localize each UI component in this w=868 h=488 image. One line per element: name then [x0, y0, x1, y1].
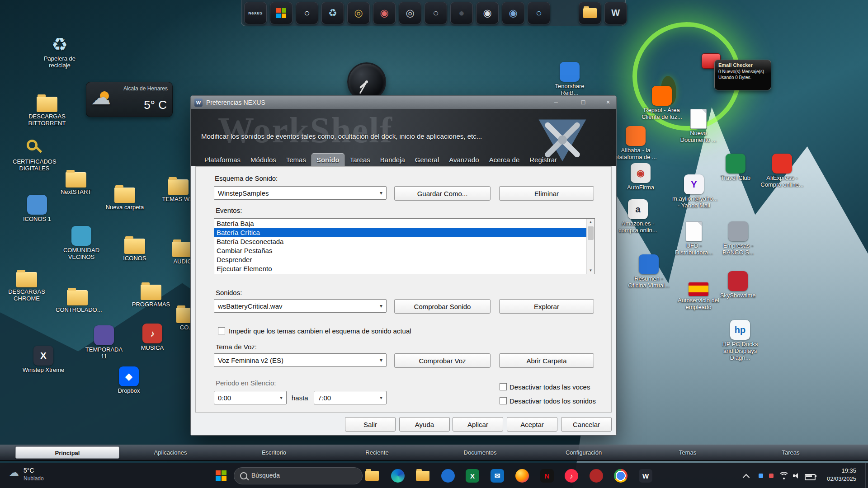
taskbar-weather-icon[interactable]: ☁ [9, 467, 19, 479]
shelf-tab-tareas[interactable]: Tareas [782, 449, 799, 456]
battery-icon[interactable] [805, 474, 816, 480]
salir-button[interactable]: Salir [345, 417, 396, 432]
silence-to-select[interactable]: 7:00 ▾ [314, 391, 387, 404]
sound-file-select[interactable]: wsBatteryCritical.wav ▾ [214, 299, 387, 313]
desktop-icon-iconos[interactable]: ICONOS [113, 235, 156, 262]
dock-power-alt-icon[interactable]: ● [450, 2, 473, 24]
shelf-tab-reciente[interactable]: Reciente [365, 449, 388, 456]
taskbar-chrome-icon[interactable] [613, 468, 629, 484]
volume-icon[interactable] [793, 473, 800, 479]
desktop-icon-amazon-es-compra-onlin[interactable]: aAmazon.es - compra onlin... [616, 199, 660, 234]
email-checker-widget[interactable]: Email Checker 0 Nuevo(s) Mensaje(s) . Us… [714, 60, 771, 90]
dock-power-icon[interactable]: ○ [425, 2, 447, 24]
dock-webcam-red-icon[interactable]: ◉ [373, 2, 396, 24]
wifi-icon[interactable] [779, 472, 788, 479]
event-item-bateria-desconectada[interactable]: Batería Desconectada [214, 237, 587, 246]
scroll-down-icon[interactable]: ▼ [587, 267, 594, 274]
desktop-icon-nuevo-documento[interactable]: Nuevo Documento ... [677, 109, 720, 144]
open-folder-button[interactable]: Abrir Carpeta [499, 353, 594, 368]
tab-general[interactable]: General [410, 154, 443, 166]
tab-modulos[interactable]: Módulos [246, 154, 281, 166]
tab-registrar[interactable]: Registrar [525, 154, 561, 166]
tab-acerca-de[interactable]: Acerca de [485, 154, 524, 166]
taskbar-search-input[interactable]: Búsqueda [234, 467, 363, 484]
close-button[interactable]: × [600, 97, 616, 108]
desktop-icon-certificados-digitales[interactable]: CERTIFICADOS DIGITALES [13, 137, 56, 172]
event-item-bateria-baja[interactable]: Batería Baja [214, 219, 587, 228]
desktop-icon-descargas-chrome[interactable]: DESCARGAS CHROME [5, 268, 48, 302]
event-item-bateria-critica[interactable]: Batería Crítica [214, 228, 587, 237]
save-as-button[interactable]: Guardar Como... [394, 186, 491, 201]
desktop-icon-hp-pc-docks-and-displays-diagn[interactable]: hpHP PC Docks and Displays Diagn... [718, 320, 762, 361]
dock-globe-icon[interactable]: ○ [528, 2, 550, 24]
shelf-tab-aplicaciones[interactable]: Aplicaciones [154, 449, 187, 456]
dock-downloads-folder-icon[interactable] [579, 2, 601, 24]
desktop-icon-temporada-11[interactable]: TEMPORADA 11 [82, 325, 126, 360]
shelf-tab-principal[interactable]: Principal [15, 446, 119, 459]
tab-bandeja[interactable]: Bandeja [376, 154, 410, 166]
taskbar-edge-icon[interactable] [390, 468, 406, 484]
desktop-icon-comunidad-vecinos[interactable]: COMUNIDAD VECINOS [60, 226, 103, 261]
tray-app-icon[interactable] [759, 474, 763, 478]
prevent-theme-change-checkbox[interactable] [218, 327, 225, 334]
dock-gold-ring-icon[interactable]: ◎ [347, 2, 370, 24]
dock-speaker-icon[interactable]: ◉ [476, 2, 499, 24]
test-voice-button[interactable]: Comprobar Voz [394, 353, 491, 368]
dialog-titlebar[interactable]: W Preferencias NEXUS – □ × [191, 96, 616, 109]
disable-voices-checkbox[interactable] [500, 383, 507, 390]
taskbar-outlook-icon[interactable]: ✉ [489, 468, 505, 484]
taskbar-firefox-icon[interactable] [514, 468, 530, 484]
desktop-icon-nueva-carpeta[interactable]: Nueva carpeta [103, 184, 146, 211]
taskbar-winstep-icon[interactable]: W [637, 468, 654, 484]
taskbar-clock[interactable]: 19:35 02/03/2025 [827, 467, 856, 483]
dock-clock-icon[interactable]: ○ [296, 2, 318, 24]
maximize-button[interactable]: □ [575, 97, 591, 108]
cancelar-button[interactable]: Cancelar [561, 417, 612, 432]
desktop-icon-skyshowtime[interactable]: SkyShowtime [716, 271, 760, 299]
silence-from-select[interactable]: 0:00 ▾ [214, 391, 287, 404]
ayuda-button[interactable]: Ayuda [399, 417, 450, 432]
shelf-tab-escritorio[interactable]: Escritorio [262, 449, 286, 456]
start-button[interactable] [216, 470, 226, 481]
weather-widget[interactable]: ☁ Alcala de Henares 5° C [86, 82, 173, 117]
show-desktop-button[interactable] [865, 463, 868, 488]
desktop-icon-autoservicio-del-empleado[interactable]: Autoservicio del empleado [677, 279, 720, 311]
desktop-icon-dropbox[interactable]: ◆Dropbox [107, 366, 151, 394]
desktop-icon-alibaba-la-plataforma-de[interactable]: Alibaba - la plataforma de ... [614, 126, 657, 161]
taskbar-weather-condition[interactable]: Nublado [24, 475, 44, 482]
sound-scheme-select[interactable]: WinstepSamples ▾ [214, 186, 387, 200]
desktop-icon-musica[interactable]: ♪MUSICA [131, 324, 174, 352]
aplicar-button[interactable]: Aplicar [453, 417, 503, 432]
desktop-icon-papelera-de-reciclaje[interactable]: ♻Papelera de reciclaje [38, 34, 81, 69]
desktop-icon-tenorshare-reib[interactable]: Tenorshare ReiB... [548, 62, 591, 97]
test-sound-button[interactable]: Comprobar Sonido [394, 299, 491, 314]
tab-avanzado[interactable]: Avanzado [444, 154, 483, 166]
taskbar-music-icon[interactable]: ♪ [563, 468, 580, 484]
taskbar-media-red-icon[interactable] [588, 468, 604, 484]
tab-sonido[interactable]: Sonido [311, 153, 344, 166]
tab-tareas[interactable]: Tareas [345, 154, 375, 166]
scrollbar-thumb[interactable] [588, 226, 594, 240]
shelf-tab-configuracion[interactable]: Configuración [566, 449, 602, 456]
dock-recycle-bin-icon[interactable]: ♻ [321, 2, 344, 24]
desktop-icon-resumen-oficina-virtual[interactable]: Resumen - Oficina Virtual... [627, 254, 670, 289]
shelf-tab-temas[interactable]: Temas [679, 449, 696, 456]
tray-expand-icon[interactable] [743, 474, 750, 481]
desktop-icon-winstep-xtreme[interactable]: XWinstep Xtreme [22, 346, 65, 374]
tab-plataformas[interactable]: Plataformas [200, 154, 245, 166]
event-item-ejecutar-elemento[interactable]: Ejecutar Elemento [214, 264, 587, 273]
events-list[interactable]: Batería BajaBatería CríticaBatería Desco… [214, 218, 595, 274]
tab-temas[interactable]: Temas [282, 154, 311, 166]
taskbar-netflix-icon[interactable]: N [539, 468, 555, 484]
taskbar-explorer-icon[interactable] [364, 468, 380, 484]
dock-nexus-logo-icon[interactable]: NeXuS [244, 2, 267, 24]
desktop-icon-empresas-banco-s[interactable]: Empresas - BANCO S... [717, 221, 760, 256]
desktop-icon-m-aylion-yaho-yahoo-mail[interactable]: Ym.aylion@yaho... - Yahoo Mail [672, 174, 716, 209]
dock-workshelf-icon[interactable]: W [604, 2, 627, 24]
browse-button[interactable]: Explorar [499, 299, 594, 314]
dock-alarm-icon[interactable]: ◎ [399, 2, 421, 24]
disable-sounds-checkbox[interactable] [500, 397, 507, 404]
events-scrollbar[interactable]: ▲ ▼ [586, 219, 594, 274]
desktop-icon-ufd-distribuidora[interactable]: UFD - Distribuidora... [672, 221, 716, 256]
desktop-icon-controlado[interactable]: CONTROLADO... [56, 286, 99, 314]
